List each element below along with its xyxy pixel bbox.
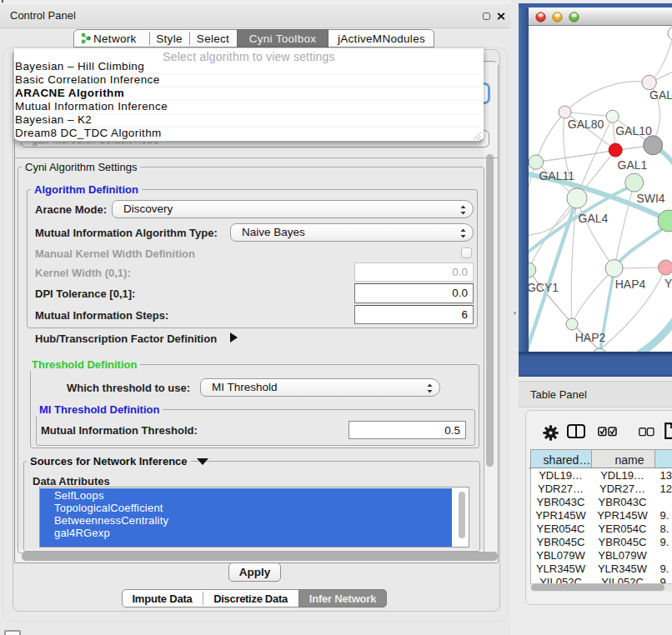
svg-text:Y: Y <box>664 277 672 290</box>
svg-text:HAP4: HAP4 <box>615 278 646 291</box>
svg-text:GAL1: GAL1 <box>618 158 648 172</box>
svg-text:GCY1: GCY1 <box>529 281 559 294</box>
svg-text:GAL10: GAL10 <box>615 124 652 138</box>
svg-text:SWI4: SWI4 <box>636 192 664 205</box>
svg-text:GAL4: GAL4 <box>579 212 609 225</box>
svg-text:GAL80: GAL80 <box>568 118 604 131</box>
svg-text:GAL11: GAL11 <box>539 169 574 182</box>
svg-text:HAP2: HAP2 <box>575 331 606 344</box>
svg-text:GAL: GAL <box>649 88 672 102</box>
